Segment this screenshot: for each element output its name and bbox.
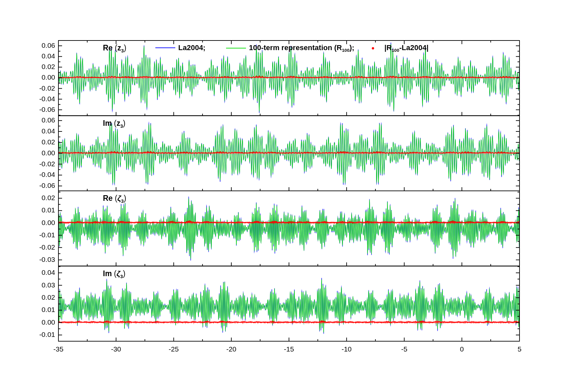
panel-title: Im (ζ3) bbox=[103, 269, 125, 279]
legend-label: 100-term representation (R100); bbox=[249, 43, 354, 53]
y-tick-label: 0.06 bbox=[41, 116, 55, 124]
x-tick-label: -25 bbox=[169, 345, 179, 353]
y-tick-label: 0.02 bbox=[41, 63, 55, 71]
chart-canvas bbox=[0, 0, 563, 392]
y-tick-label: -0.06 bbox=[39, 182, 55, 190]
x-tick-label: -30 bbox=[111, 345, 121, 353]
legend-label: La2004; bbox=[178, 43, 205, 52]
y-tick-label: 0.02 bbox=[41, 194, 55, 202]
legend-line-swatch bbox=[155, 47, 175, 48]
panel-title: Re (z3) bbox=[103, 43, 126, 53]
x-tick-label: 5 bbox=[518, 345, 522, 353]
y-tick-label: 0.00 bbox=[41, 149, 55, 157]
panel-title: Re (ζ3) bbox=[103, 194, 126, 204]
y-tick-label: -0.01 bbox=[39, 331, 55, 339]
x-tick-label: -15 bbox=[284, 345, 294, 353]
legend-item: |R100-La2004| bbox=[372, 43, 429, 53]
y-tick-label: 0.04 bbox=[41, 269, 55, 276]
y-tick-label: 0.00 bbox=[41, 318, 55, 326]
legend-label: |R100-La2004| bbox=[384, 43, 429, 53]
y-tick-label: 0.02 bbox=[41, 293, 55, 301]
x-tick-label: -35 bbox=[53, 345, 63, 353]
y-tick-label: 0.01 bbox=[41, 206, 55, 214]
y-tick-label: -0.04 bbox=[39, 95, 55, 103]
legend-item: 100-term representation (R100); bbox=[226, 43, 354, 53]
legend-dot-swatch bbox=[372, 47, 374, 49]
y-tick-label: -0.02 bbox=[39, 160, 55, 168]
legend-line-swatch bbox=[226, 48, 246, 48]
x-tick-label: -20 bbox=[226, 345, 236, 353]
y-tick-label: -0.02 bbox=[39, 243, 55, 251]
y-tick-label: -0.01 bbox=[39, 231, 55, 239]
figure: 0.060.040.020.00-0.02-0.04-0.060.060.040… bbox=[0, 0, 563, 392]
legend-item: La2004; bbox=[155, 43, 205, 52]
y-tick-label: 0.00 bbox=[41, 73, 55, 81]
x-tick-label: 0 bbox=[460, 345, 464, 353]
panel-title: Im (z3) bbox=[103, 119, 125, 129]
y-tick-label: -0.03 bbox=[39, 256, 55, 264]
y-tick-label: -0.04 bbox=[39, 171, 55, 179]
y-tick-label: 0.06 bbox=[41, 41, 55, 49]
x-tick-label: -10 bbox=[342, 345, 352, 353]
x-tick-label: -5 bbox=[401, 345, 407, 353]
y-tick-label: -0.02 bbox=[39, 84, 55, 92]
y-tick-label: 0.03 bbox=[41, 281, 55, 289]
y-tick-label: 0.01 bbox=[41, 306, 55, 314]
y-tick-label: 0.04 bbox=[41, 127, 55, 135]
y-tick-label: 0.04 bbox=[41, 52, 55, 60]
y-tick-label: -0.06 bbox=[39, 106, 55, 114]
y-tick-label: 0.00 bbox=[41, 219, 55, 227]
y-tick-label: 0.02 bbox=[41, 138, 55, 146]
